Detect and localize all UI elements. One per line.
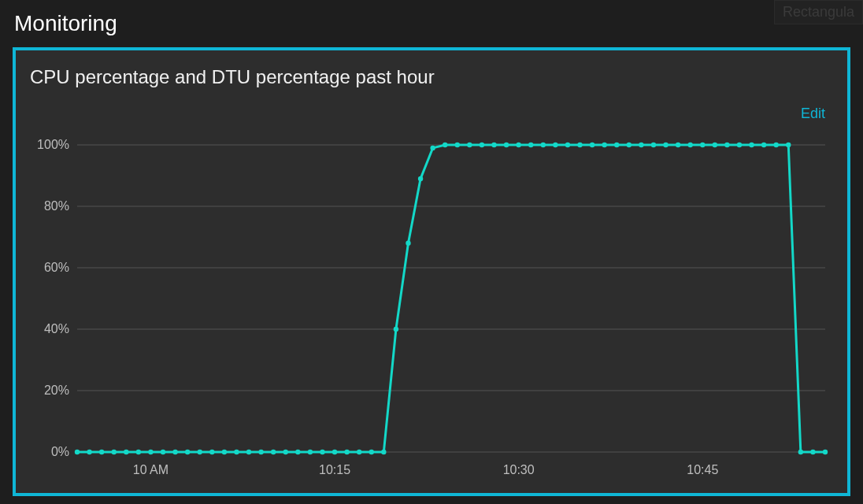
- data-point: [112, 450, 117, 454]
- data-point: [357, 450, 361, 454]
- page-title: Monitoring: [0, 0, 863, 43]
- data-point: [749, 143, 754, 147]
- data-point: [455, 143, 460, 147]
- data-point: [234, 450, 239, 454]
- data-point: [798, 450, 803, 454]
- y-tick-label: 20%: [44, 384, 69, 397]
- data-point: [541, 143, 546, 147]
- data-point: [627, 143, 632, 147]
- data-point: [651, 143, 656, 147]
- data-point: [246, 450, 251, 454]
- data-point: [75, 450, 80, 454]
- data-point: [406, 241, 410, 246]
- data-point: [577, 143, 582, 147]
- data-point: [222, 450, 227, 454]
- series-line: [77, 145, 825, 452]
- data-point: [430, 146, 435, 150]
- data-point: [491, 143, 496, 147]
- y-tick-label: 100%: [37, 138, 69, 151]
- data-point: [332, 450, 337, 454]
- data-point: [161, 450, 165, 454]
- data-point: [516, 143, 520, 147]
- chart-area: 0%20%40%60%80%100%10 AM10:1510:3010:45: [30, 137, 833, 484]
- data-point: [774, 143, 779, 147]
- data-point: [700, 143, 705, 147]
- data-point: [320, 450, 324, 454]
- y-tick-label: 80%: [44, 199, 69, 213]
- x-tick-label: 10:15: [319, 463, 350, 476]
- monitoring-tile: CPU percentage and DTU percentage past h…: [13, 47, 850, 496]
- data-point: [124, 450, 128, 454]
- data-point: [504, 143, 509, 147]
- data-point: [283, 450, 288, 454]
- x-tick-label: 10:45: [687, 463, 718, 476]
- data-point: [553, 143, 557, 147]
- data-point: [136, 450, 141, 454]
- data-point: [467, 143, 472, 147]
- data-point: [724, 143, 729, 147]
- data-point: [87, 450, 91, 454]
- data-point: [639, 143, 643, 147]
- data-point: [295, 450, 300, 454]
- y-tick-label: 40%: [44, 322, 69, 335]
- data-point: [209, 450, 214, 454]
- data-point: [308, 450, 313, 454]
- x-tick-label: 10:30: [503, 463, 535, 476]
- data-point: [602, 143, 606, 147]
- data-point: [480, 143, 484, 147]
- data-point: [590, 143, 594, 147]
- data-point: [258, 450, 263, 454]
- data-point: [786, 143, 791, 147]
- data-point: [687, 143, 692, 147]
- data-point: [148, 450, 153, 454]
- data-point: [381, 450, 386, 454]
- data-point: [99, 450, 104, 454]
- data-point: [369, 450, 374, 454]
- data-point: [761, 143, 766, 147]
- data-point: [185, 450, 190, 454]
- data-point: [198, 450, 202, 454]
- data-point: [394, 327, 398, 332]
- data-point: [271, 450, 276, 454]
- data-point: [663, 143, 668, 147]
- data-point: [565, 143, 570, 147]
- data-point: [810, 450, 815, 454]
- data-point: [443, 143, 447, 147]
- data-point: [528, 143, 533, 147]
- data-point: [418, 176, 423, 181]
- edit-link[interactable]: Edit: [801, 106, 825, 122]
- y-tick-label: 60%: [44, 261, 69, 274]
- tile-title: CPU percentage and DTU percentage past h…: [30, 66, 833, 88]
- data-point: [713, 143, 717, 147]
- data-point: [676, 143, 680, 147]
- data-point: [614, 143, 619, 147]
- data-point: [737, 143, 742, 147]
- rectangular-snip-button[interactable]: Rectangula: [774, 0, 863, 24]
- y-tick-label: 0%: [51, 445, 69, 458]
- x-tick-label: 10 AM: [133, 463, 169, 476]
- data-point: [344, 450, 349, 454]
- data-point: [823, 450, 828, 454]
- data-point: [172, 450, 177, 454]
